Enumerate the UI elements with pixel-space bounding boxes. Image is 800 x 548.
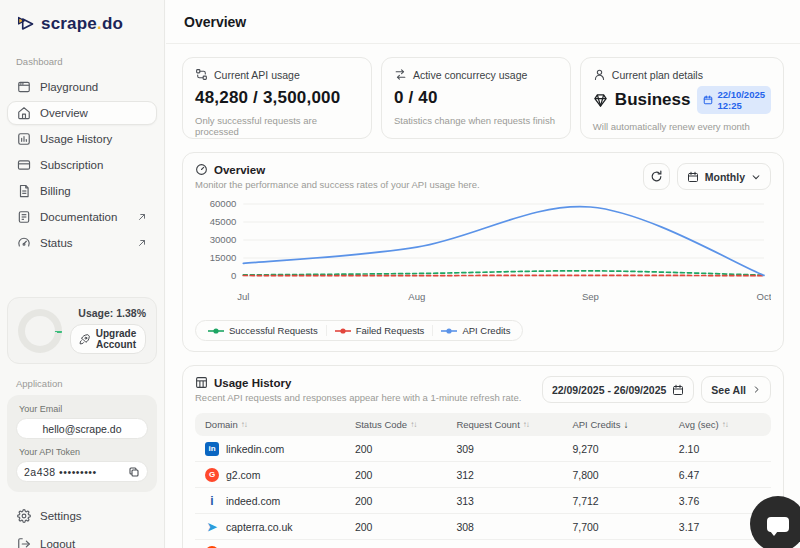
chart-panel-title: Overview: [214, 164, 265, 176]
usage-donut-chart: [18, 309, 62, 353]
site-favicon-icon: G: [205, 468, 219, 482]
usage-chart: 600004500030000150000JulAugSepOct: [195, 196, 771, 318]
sidebar-item-subscription[interactable]: Subscription: [7, 153, 157, 177]
svg-text:0: 0: [231, 270, 236, 281]
email-label: Your Email: [19, 404, 148, 414]
period-value: Monthly: [705, 171, 745, 183]
request-count-cell: 312: [456, 469, 572, 481]
concurrency-icon: [394, 68, 407, 81]
external-link-icon: [137, 212, 147, 222]
chat-widget-button[interactable]: [750, 496, 800, 548]
page-title: Overview: [184, 14, 246, 30]
sidebar-item-overview[interactable]: Overview: [7, 101, 157, 125]
stat-label: Current API usage: [214, 69, 300, 81]
sidebar-item-label: Overview: [40, 107, 88, 119]
avg-sec-cell: 6.47: [679, 469, 761, 481]
usage-history-title: Usage History: [214, 377, 291, 389]
sidebar: scrape.do Dashboard PlaygroundOverviewUs…: [0, 0, 165, 548]
stat-card-2: Active concurrecy usage0 / 40Statistics …: [381, 57, 571, 139]
home-icon: [17, 106, 31, 120]
sidebar-section-label: Dashboard: [0, 56, 164, 67]
sidebar-item-status[interactable]: Status: [7, 231, 157, 255]
playground-icon: [17, 80, 31, 94]
table-row[interactable]: Gg2.com2003127,8006.47: [195, 462, 771, 488]
sidebar-item-billing[interactable]: Billing: [7, 179, 157, 203]
refresh-icon: [650, 170, 663, 183]
api-credits-cell: 7,700: [572, 521, 678, 533]
svg-text:Aug: Aug: [408, 291, 425, 302]
domain-cell: indeed.com: [226, 495, 280, 507]
column-label: API Credits: [572, 419, 620, 430]
chevron-right-icon: [752, 385, 761, 394]
legend-marker-icon: [441, 327, 457, 335]
copy-token-button[interactable]: [128, 466, 140, 478]
sidebar-item-usage-history[interactable]: Usage History: [7, 127, 157, 151]
application-card: Your Email hello@scrape.do Your API Toke…: [7, 395, 157, 492]
usage-history-table: Domain↑↓Status Code↑↓Request Count↑↓API …: [195, 413, 771, 548]
avg-sec-cell: 2.10: [679, 443, 761, 455]
logout-button[interactable]: Logout: [7, 532, 157, 548]
legend-item-failed-requests[interactable]: Failed Requests: [326, 325, 433, 336]
sort-desc-icon: ↓: [623, 419, 628, 430]
sidebar-item-label: Usage History: [40, 133, 112, 145]
column-header-domain[interactable]: Domain↑↓: [205, 419, 355, 430]
main-content: Overview Current API usage48,280 / 3,500…: [166, 0, 800, 548]
sort-icon: ↑↓: [523, 420, 529, 429]
stat-caption: Only successful requests are processed: [195, 115, 359, 137]
column-label: Status Code: [355, 419, 407, 430]
email-field[interactable]: hello@scrape.do: [16, 418, 148, 439]
column-header-api-credits[interactable]: API Credits↓: [572, 419, 678, 430]
legend-item-api-credits[interactable]: API Credits: [432, 325, 518, 336]
table-row[interactable]: inlinkedin.com2003099,2702.10: [195, 436, 771, 462]
refresh-button[interactable]: [643, 163, 670, 190]
api-credits-cell: 7,712: [572, 495, 678, 507]
legend-label: Successful Requests: [229, 325, 318, 336]
sidebar-item-label: Playground: [40, 81, 98, 93]
status-code-cell: 200: [355, 521, 457, 533]
table-row[interactable]: ➤capterra.co.uk2003087,7003.17: [195, 514, 771, 540]
calendar-icon: [672, 384, 684, 396]
svg-text:60000: 60000: [210, 198, 237, 209]
external-link-icon: [137, 238, 147, 248]
api-token-field[interactable]: 2a438 •••••••••: [16, 461, 148, 482]
column-header-status-code[interactable]: Status Code↑↓: [355, 419, 457, 430]
column-label: Domain: [205, 419, 238, 430]
settings-button[interactable]: Settings: [7, 504, 157, 528]
logout-label: Logout: [40, 538, 75, 548]
copy-icon: [128, 466, 140, 478]
stat-caption: Will automatically renew every month: [593, 121, 771, 132]
usage-history-panel: Usage History Recent API requests and re…: [182, 365, 784, 548]
sidebar-item-documentation[interactable]: Documentation: [7, 205, 157, 229]
svg-text:Sep: Sep: [582, 291, 599, 302]
billing-icon: [17, 184, 31, 198]
sidebar-item-playground[interactable]: Playground: [7, 75, 157, 99]
api-credits-cell: 9,270: [572, 443, 678, 455]
column-header-request-count[interactable]: Request Count↑↓: [456, 419, 572, 430]
see-all-button[interactable]: See All: [701, 376, 771, 403]
domain-cell: capterra.co.uk: [226, 521, 293, 533]
legend-item-successful-requests[interactable]: Successful Requests: [200, 325, 326, 336]
request-count-cell: 309: [456, 443, 572, 455]
status-code-cell: 200: [355, 495, 457, 507]
sidebar-item-label: Status: [40, 237, 73, 249]
sort-icon: ↑↓: [722, 420, 728, 429]
column-header-avg-sec-[interactable]: Avg (sec)↑↓: [679, 419, 761, 430]
stat-value: 48,280 / 3,500,000: [195, 88, 359, 108]
stats-row: Current API usage48,280 / 3,500,000Only …: [182, 57, 784, 139]
sort-icon: ↑↓: [410, 420, 416, 429]
upgrade-account-button[interactable]: Upgrade Account: [70, 324, 146, 354]
table-body: inlinkedin.com2003099,2702.10Gg2.com2003…: [195, 436, 771, 548]
table-row[interactable]: iindeed.com2003137,7123.76: [195, 488, 771, 514]
gauge-icon: [195, 163, 208, 176]
sort-icon: ↑↓: [241, 420, 247, 429]
svg-text:Oct: Oct: [757, 291, 771, 302]
stat-label: Current plan details: [612, 69, 703, 81]
user-icon: [593, 68, 606, 81]
brand-logo[interactable]: scrape.do: [0, 14, 164, 34]
date-range-picker[interactable]: 22/09/2025 - 26/09/2025: [542, 376, 694, 403]
table-row[interactable]: ☺reddit.com2005335,3181.77: [195, 540, 771, 548]
period-dropdown[interactable]: Monthly: [677, 163, 771, 190]
page-header: Overview: [166, 0, 800, 44]
domain-cell: linkedin.com: [226, 443, 284, 455]
sidebar-item-label: Billing: [40, 185, 71, 197]
